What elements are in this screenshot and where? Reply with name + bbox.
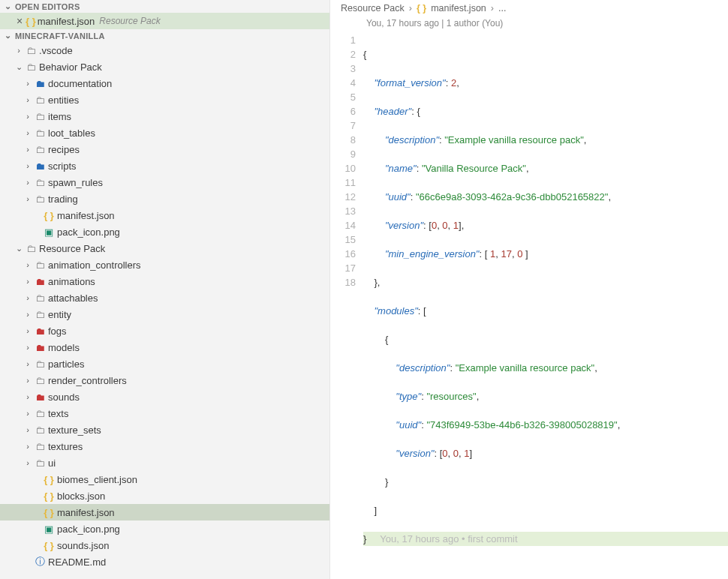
folder-vscode[interactable]: ›🗀.vscode — [0, 42, 329, 58]
line-gutter: 123456789101112131415161718 — [330, 33, 363, 574]
chevron-right-icon: › — [23, 128, 33, 137]
file-blocks[interactable]: { }blocks.json — [0, 488, 329, 504]
folder-models[interactable]: ›🖿models — [0, 339, 329, 356]
folder-recipes[interactable]: ›🗀recipes — [0, 141, 329, 158]
json-icon: { } — [26, 16, 36, 27]
chevron-right-icon: › — [23, 392, 33, 401]
json-icon: { } — [42, 474, 56, 485]
folder-icon: 🖿 — [33, 78, 47, 89]
folder-icon: 🗀 — [33, 309, 47, 320]
sidebar: ⌄ OPEN EDITORS × { } manifest.json Resou… — [0, 0, 330, 579]
open-editor-label: manifest.json — [38, 16, 95, 27]
folder-entity[interactable]: ›🗀entity — [0, 306, 329, 322]
chevron-right-icon: › — [23, 161, 33, 170]
folder-loot-tables[interactable]: ›🗀loot_tables — [0, 124, 329, 141]
folder-icon: 🗀 — [33, 424, 47, 436]
file-readme[interactable]: ⓘREADME.md — [0, 554, 329, 570]
folder-icon: 🗀 — [33, 111, 47, 122]
folder-items[interactable]: ›🗀items — [0, 108, 329, 124]
folder-trading[interactable]: ›🗀trading — [0, 190, 329, 207]
chevron-right-icon: › — [23, 326, 33, 335]
code-content[interactable]: { "format_version": 2, "header": { "desc… — [363, 33, 728, 574]
folder-fogs[interactable]: ›🖿fogs — [0, 322, 329, 339]
folder-animation-controllers[interactable]: ›🗀animation_controllers — [0, 256, 329, 273]
chevron-right-icon: › — [23, 409, 33, 418]
chevron-right-icon: › — [23, 343, 33, 352]
folder-texts[interactable]: ›🗀texts — [0, 405, 329, 422]
workspace-header[interactable]: ⌄ MINECRAFT-VANILLA — [0, 29, 329, 42]
folder-documentation[interactable]: ›🖿documentation — [0, 75, 329, 92]
chevron-right-icon: › — [23, 277, 33, 286]
folder-spawn-rules[interactable]: ›🗀spawn_rules — [0, 174, 329, 190]
chevron-right-icon: › — [491, 3, 494, 14]
folder-icon: 🖿 — [33, 342, 47, 353]
folder-attachables[interactable]: ›🗀attachables — [0, 290, 329, 306]
folder-entities[interactable]: ›🗀entities — [0, 92, 329, 108]
folder-icon: 🗀 — [33, 375, 47, 386]
file-bp-manifest[interactable]: { }manifest.json — [0, 207, 329, 224]
breadcrumb-item[interactable]: Resource Pack — [341, 3, 405, 14]
image-icon: ▣ — [42, 226, 56, 238]
gitlens-inline: You, 17 hours ago • first commit — [380, 533, 517, 544]
folder-resource-pack[interactable]: ⌄🗀Resource Pack — [0, 240, 329, 256]
workspace-label: MINECRAFT-VANILLA — [15, 32, 105, 40]
info-icon: ⓘ — [33, 555, 47, 568]
folder-behavior-pack[interactable]: ⌄🗀Behavior Pack — [0, 58, 329, 75]
breadcrumb[interactable]: Resource Pack› { } manifest.json› ... — [330, 0, 728, 16]
breadcrumb-item[interactable]: manifest.json — [431, 3, 486, 14]
folder-scripts[interactable]: ›🖿scripts — [0, 158, 329, 174]
file-biomes-client[interactable]: { }biomes_client.json — [0, 471, 329, 488]
chevron-right-icon: › — [23, 194, 33, 203]
editor-pane: Resource Pack› { } manifest.json› ... Yo… — [330, 0, 728, 579]
folder-ui[interactable]: ›🗀ui — [0, 454, 329, 471]
json-icon: { } — [42, 540, 56, 551]
code-area[interactable]: 123456789101112131415161718 { "format_ve… — [330, 33, 728, 574]
breadcrumb-item[interactable]: ... — [498, 3, 506, 14]
chevron-right-icon: › — [23, 310, 33, 319]
chevron-right-icon: › — [409, 3, 412, 14]
folder-icon: 🗀 — [24, 243, 38, 254]
chevron-right-icon: › — [23, 442, 33, 451]
folder-icon: 🗀 — [33, 358, 47, 370]
json-icon: { } — [42, 490, 56, 502]
json-icon: { } — [42, 507, 56, 518]
chevron-down-icon: ⌄ — [14, 244, 24, 254]
folder-icon: 🖿 — [33, 276, 47, 287]
chevron-right-icon: › — [23, 112, 33, 121]
open-editors-header[interactable]: ⌄ OPEN EDITORS — [0, 0, 329, 13]
folder-icon: 🖿 — [33, 392, 47, 403]
chevron-right-icon: › — [14, 46, 24, 55]
folder-particles[interactable]: ›🗀particles — [0, 356, 329, 372]
chevron-right-icon: › — [23, 458, 33, 467]
open-editor-item[interactable]: × { } manifest.json Resource Pack — [0, 13, 329, 29]
chevron-right-icon: › — [23, 293, 33, 302]
folder-sounds[interactable]: ›🖿sounds — [0, 388, 329, 405]
chevron-right-icon: › — [23, 79, 33, 88]
json-icon: { } — [417, 3, 426, 14]
folder-animations[interactable]: ›🖿animations — [0, 273, 329, 290]
file-sounds-json[interactable]: { }sounds.json — [0, 537, 329, 554]
chevron-right-icon: › — [23, 359, 33, 368]
json-icon: { } — [42, 210, 56, 221]
folder-icon: 🗀 — [33, 458, 47, 469]
chevron-down-icon: ⌄ — [5, 2, 15, 11]
close-icon[interactable]: × — [14, 15, 26, 27]
chevron-right-icon: › — [23, 425, 33, 434]
file-rp-manifest[interactable]: { }manifest.json — [0, 504, 329, 520]
folder-textures[interactable]: ›🗀textures — [0, 438, 329, 454]
open-editors-label: OPEN EDITORS — [15, 2, 80, 11]
chevron-right-icon: › — [23, 376, 33, 385]
folder-icon: 🗀 — [33, 441, 47, 452]
chevron-right-icon: › — [23, 260, 33, 269]
file-bp-pack-icon[interactable]: ▣pack_icon.png — [0, 224, 329, 240]
image-icon: ▣ — [42, 524, 56, 535]
folder-icon: 🗀 — [24, 62, 38, 73]
folder-icon: 🗀 — [33, 292, 47, 304]
open-editor-hint: Resource Pack — [99, 16, 160, 26]
folder-icon: 🗀 — [33, 194, 47, 205]
folder-render-controllers[interactable]: ›🗀render_controllers — [0, 372, 329, 388]
folder-icon: 🗀 — [33, 260, 47, 271]
folder-texture-sets[interactable]: ›🗀texture_sets — [0, 422, 329, 438]
chevron-down-icon: ⌄ — [5, 31, 15, 40]
file-rp-pack-icon[interactable]: ▣pack_icon.png — [0, 520, 329, 537]
